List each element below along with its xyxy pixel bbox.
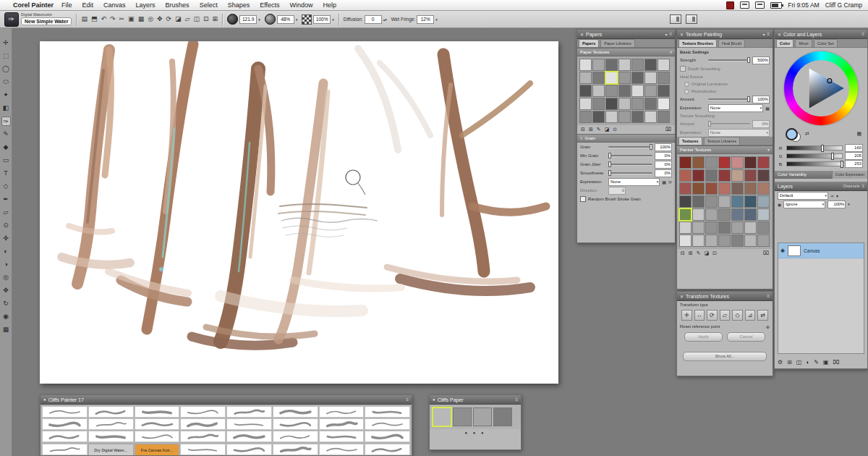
transform-tool[interactable]: ✜ [1, 234, 11, 243]
brush-dab[interactable] [365, 444, 410, 455]
tab-color[interactable]: Color [776, 39, 793, 47]
layer-options-icon[interactable]: ⚙ [778, 359, 783, 366]
close-icon[interactable]: ✕ [778, 32, 781, 37]
diffusion-control[interactable]: Diffusion: 0 ▴▾ [344, 15, 387, 24]
paper-texture-swatch[interactable] [592, 72, 605, 84]
brush-dab[interactable] [365, 406, 410, 418]
mixer-sampler-tool[interactable]: ◑ [1, 260, 11, 269]
tab-paper-libraries[interactable]: Paper Libraries [600, 39, 634, 47]
painter-texture-swatch[interactable] [757, 156, 770, 169]
layer-brush-icon[interactable]: ✑ [830, 193, 834, 198]
painter-texture-swatch[interactable] [705, 235, 718, 247]
lock-layer-icon[interactable]: ▣ [823, 359, 829, 366]
brush-dab[interactable] [319, 444, 365, 455]
amount-slider[interactable]: Amount 100% [677, 95, 773, 104]
apply-button[interactable]: Apply [684, 332, 723, 342]
slider-track[interactable] [786, 161, 843, 166]
move-transform-icon[interactable]: ✛ [681, 310, 692, 321]
save-icon[interactable]: ⬒ [91, 16, 98, 22]
painter-texture-swatch[interactable] [731, 156, 744, 169]
tab-texture-brushes[interactable]: Texture Brushes [678, 39, 717, 47]
tab-texture-libraries[interactable]: Texture Libraries [704, 137, 741, 145]
brush-library-titlebar[interactable]: ● Cliffs Painter 17 ≡ [41, 395, 412, 405]
slider-track[interactable] [786, 153, 843, 159]
color-options-icon[interactable]: ▦ [856, 131, 861, 137]
painter-texture-swatch[interactable] [731, 169, 744, 182]
brush-dab[interactable] [226, 431, 272, 442]
grain-jitter-slider[interactable]: Grain Jitter 0% [577, 160, 675, 169]
painter-texture-swatch[interactable] [718, 221, 731, 234]
slider-thumb[interactable] [821, 145, 824, 152]
paper-texture-swatch[interactable] [644, 72, 657, 84]
painter-texture-swatch[interactable] [731, 221, 744, 234]
paper-texture-swatch[interactable] [631, 111, 644, 123]
slider-thumb[interactable] [708, 121, 711, 127]
red-slider[interactable]: R 160 [775, 144, 867, 152]
scale-transform-icon[interactable]: ↔ [694, 310, 705, 321]
delete-layer-icon[interactable]: ⌧ [833, 359, 840, 366]
divine-proportion-icon[interactable]: ⊡ [203, 16, 209, 22]
painter-texture-swatch[interactable] [718, 195, 731, 208]
menu-brushes[interactable]: Brushes [165, 1, 190, 9]
paper-swatch[interactable] [473, 408, 492, 426]
smoothness-slider[interactable]: Smoothness 0% [577, 169, 675, 177]
brush-dab[interactable] [273, 431, 318, 442]
papers-panel-titlebar[interactable]: ✕ Papers ▾ ≡ [577, 30, 675, 39]
color-variability-header[interactable]: Color Variability [775, 171, 832, 179]
menu-canvas[interactable]: Canvas [103, 1, 127, 9]
paper-texture-swatch[interactable] [644, 98, 657, 110]
brush-tool[interactable]: ✑ [1, 117, 11, 126]
zoom-in-icon[interactable]: ⊞ [689, 250, 693, 256]
edit-paper-icon[interactable]: ✎ [597, 127, 601, 132]
brush-dab[interactable] [319, 406, 365, 418]
painter-texture-swatch[interactable] [679, 195, 692, 208]
tab-textures[interactable]: Textures [678, 137, 702, 145]
painter-textures-header[interactable]: Painter Textures▾ [677, 145, 773, 154]
painter-texture-swatch[interactable] [744, 221, 757, 234]
painter-texture-swatch[interactable] [718, 182, 731, 195]
capture-texture-icon[interactable]: ⊡ [712, 250, 717, 256]
painter-texture-swatch[interactable] [692, 182, 705, 195]
app-menu[interactable]: Corel Painter [13, 1, 54, 9]
menu-select[interactable]: Select [199, 1, 218, 9]
document-canvas[interactable] [40, 41, 558, 384]
menu-layers[interactable]: Layers [135, 1, 156, 9]
brush-dab[interactable] [88, 418, 134, 430]
eraser-tool[interactable]: ▭ [1, 156, 11, 165]
edit-texture-icon[interactable]: ✎ [697, 250, 701, 256]
close-icon[interactable]: ● [433, 397, 435, 402]
paper-texture-swatch[interactable] [579, 98, 592, 110]
airplay-menu-icon[interactable] [755, 1, 765, 9]
collapse-icon[interactable]: ▾ [665, 32, 667, 37]
magic-wand-tool[interactable]: ✦ [1, 90, 11, 100]
chevron-down-icon[interactable]: ▾ [258, 17, 260, 22]
painter-texture-swatch[interactable] [705, 156, 718, 169]
pen-tool[interactable]: ✒ [1, 195, 11, 204]
menu-effects[interactable]: Effects [259, 1, 280, 9]
painter-texture-swatch[interactable] [692, 235, 705, 247]
edit-layer-icon[interactable]: ✎ [814, 359, 819, 366]
move-tool[interactable]: ✛ [1, 38, 11, 48]
grain-control[interactable]: 100% ▾ [302, 14, 334, 25]
clone-icon[interactable]: ◪ [175, 16, 182, 22]
close-icon[interactable]: ✕ [580, 32, 584, 37]
zoom-in-icon[interactable]: ⊞ [589, 127, 593, 132]
color-expression-tab[interactable]: Color Expression [832, 171, 867, 179]
blend-mode-dropdown[interactable]: Default [778, 192, 828, 200]
brush-dab[interactable] [226, 418, 272, 430]
close-icon[interactable]: ✕ [680, 32, 684, 37]
painter-texture-swatch[interactable] [757, 195, 770, 208]
brush-dab[interactable] [88, 406, 134, 418]
invert-texture-icon[interactable]: ◪ [705, 250, 710, 256]
paper-texture-swatch[interactable] [631, 98, 644, 110]
painter-texture-swatch[interactable] [718, 156, 731, 169]
painter-texture-swatch[interactable] [679, 156, 692, 169]
paper-texture-swatch[interactable] [618, 111, 631, 123]
paper-texture-swatch[interactable] [631, 85, 644, 97]
painter-texture-swatch[interactable] [705, 208, 718, 221]
paste-icon[interactable]: ▦ [138, 16, 145, 22]
expression-refresh-icon[interactable]: ⟳ [668, 180, 672, 185]
paper-swatch[interactable] [493, 408, 512, 426]
cancel-button[interactable]: Cancel [727, 332, 765, 342]
panel-menu-icon[interactable]: ≡ [767, 294, 770, 298]
